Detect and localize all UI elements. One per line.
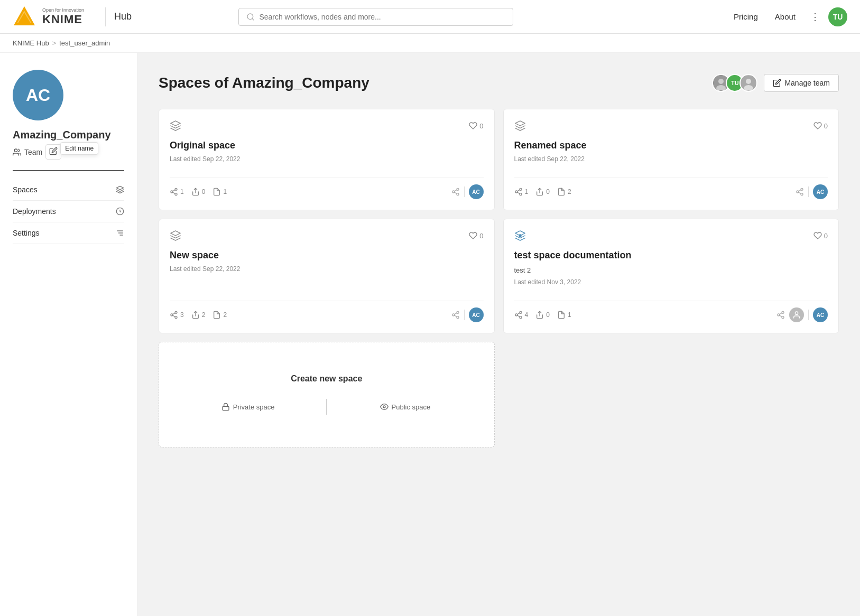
heart-icon-3 bbox=[469, 231, 477, 240]
heart-icon-1 bbox=[469, 122, 477, 130]
about-link[interactable]: About bbox=[769, 8, 802, 25]
workflow-icon-1 bbox=[170, 188, 178, 196]
app-header: Open for Innovation KNIME Hub Pricing Ab… bbox=[0, 0, 860, 34]
card-date-3: Last edited Sep 22, 2022 bbox=[170, 265, 484, 273]
space-card-icon-4 bbox=[514, 230, 526, 241]
card-header-4: 0 bbox=[514, 230, 828, 241]
card-like-2[interactable]: 0 bbox=[813, 122, 828, 130]
manage-team-button[interactable]: Manage team bbox=[764, 74, 839, 92]
create-options: Private space Public space bbox=[170, 398, 484, 415]
svg-line-46 bbox=[173, 313, 175, 314]
main-layout: AC Amazing_Company Team Edit name bbox=[0, 53, 860, 616]
card-title-2: Renamed space bbox=[514, 140, 828, 151]
logo-knime-text: KNIME bbox=[42, 13, 84, 26]
knime-logo-icon bbox=[13, 5, 36, 29]
workflow-icon-4 bbox=[514, 311, 523, 319]
content-header: Spaces of Amazing_Company TU bbox=[159, 74, 839, 92]
user-avatar[interactable]: TU bbox=[828, 7, 847, 26]
heart-icon-4 bbox=[813, 231, 822, 240]
svg-point-12 bbox=[718, 79, 724, 84]
card-date-1: Last edited Sep 22, 2022 bbox=[170, 155, 484, 163]
search-bar bbox=[238, 8, 513, 26]
team-avatar-3 bbox=[739, 74, 757, 92]
search-icon bbox=[246, 13, 255, 21]
hub-label: Hub bbox=[114, 11, 132, 22]
workflow-icon-2 bbox=[514, 188, 523, 196]
stat-workflows-2: 1 bbox=[514, 188, 529, 196]
header-logo-divider bbox=[105, 7, 106, 26]
card-footer-4: 4 0 bbox=[514, 301, 828, 322]
files-count-2: 2 bbox=[568, 188, 571, 195]
sidebar-deployments-label: Deployments bbox=[13, 207, 56, 216]
card-like-1[interactable]: 0 bbox=[469, 122, 483, 130]
deployments-nav-icon bbox=[116, 207, 124, 216]
shared-count-4: 0 bbox=[546, 311, 550, 319]
permissions-icon-2 bbox=[796, 188, 804, 196]
page-title: Spaces of Amazing_Company bbox=[159, 74, 369, 91]
space-card-renamed[interactable]: 0 Renamed space Last edited Sep 22, 2022… bbox=[503, 109, 839, 210]
permissions-icon-4 bbox=[776, 311, 785, 319]
workflow-count-3: 3 bbox=[180, 311, 184, 319]
footer-divider-2 bbox=[808, 186, 809, 197]
edit-name-button[interactable] bbox=[45, 144, 61, 160]
breadcrumb: KNIME Hub > test_user_admin bbox=[0, 34, 860, 53]
stat-workflows-1: 1 bbox=[170, 188, 184, 196]
stat-shared-1: 0 bbox=[191, 188, 206, 196]
space-card-test-doc[interactable]: 0 test space documentation test 2 Last e… bbox=[503, 219, 839, 333]
edit-team-icon bbox=[773, 79, 781, 87]
company-name: Amazing_Company bbox=[13, 129, 124, 141]
card-owner-avatar-3: AC bbox=[469, 307, 484, 322]
sidebar-settings-label: Settings bbox=[13, 229, 40, 237]
permissions-icon-3 bbox=[451, 311, 460, 319]
svg-line-58 bbox=[517, 315, 520, 317]
edit-icon bbox=[49, 147, 58, 155]
content-area: Spaces of Amazing_Company TU bbox=[137, 53, 860, 616]
card-header-3: 0 bbox=[170, 230, 484, 241]
card-like-3[interactable]: 0 bbox=[469, 231, 483, 240]
svg-line-51 bbox=[454, 315, 457, 317]
public-space-label: Public space bbox=[392, 403, 431, 411]
logo-open-text: Open for Innovation bbox=[42, 7, 84, 13]
breadcrumb-separator: > bbox=[52, 39, 57, 47]
create-space-title: Create new space bbox=[291, 374, 362, 384]
sidebar-item-spaces[interactable]: Spaces bbox=[13, 179, 124, 201]
logo-area[interactable]: Open for Innovation KNIME bbox=[13, 5, 84, 29]
pricing-link[interactable]: Pricing bbox=[727, 8, 764, 25]
card-likes-count-1: 0 bbox=[479, 122, 483, 130]
eye-icon bbox=[380, 403, 389, 411]
svg-line-4 bbox=[252, 18, 254, 20]
sidebar-item-settings[interactable]: Settings bbox=[13, 222, 124, 244]
files-count-1: 1 bbox=[223, 188, 227, 195]
file-icon-4 bbox=[557, 311, 566, 319]
search-input[interactable] bbox=[259, 13, 505, 21]
sidebar-item-deployments[interactable]: Deployments bbox=[13, 201, 124, 222]
share-icon-1 bbox=[191, 188, 200, 196]
workflow-count-1: 1 bbox=[180, 188, 184, 195]
card-header-2: 0 bbox=[514, 120, 828, 132]
settings-nav-icon bbox=[116, 229, 124, 237]
sidebar-spaces-label: Spaces bbox=[13, 185, 38, 194]
svg-marker-41 bbox=[171, 231, 180, 236]
space-card-original[interactable]: 0 Original space Last edited Sep 22, 202… bbox=[159, 109, 495, 210]
create-public-option[interactable]: Public space bbox=[327, 398, 483, 415]
workflow-icon-3 bbox=[170, 311, 178, 319]
space-card-icon-1 bbox=[170, 120, 181, 132]
permissions-icon-1 bbox=[451, 188, 460, 196]
more-menu-button[interactable]: ⋮ bbox=[806, 9, 824, 25]
create-new-space-card[interactable]: Create new space Private space bbox=[159, 342, 495, 447]
logo-text: Open for Innovation KNIME bbox=[42, 7, 84, 26]
svg-line-21 bbox=[173, 192, 175, 194]
card-footer-right-4: AC bbox=[776, 307, 828, 322]
breadcrumb-home[interactable]: KNIME Hub bbox=[13, 39, 49, 47]
card-footer-1: 1 0 bbox=[170, 178, 484, 199]
card-title-3: New space bbox=[170, 250, 484, 261]
stat-workflows-3: 3 bbox=[170, 311, 184, 319]
edit-name-area: Edit name bbox=[45, 144, 61, 160]
file-icon-1 bbox=[212, 188, 221, 196]
spaces-grid: 0 Original space Last edited Sep 22, 202… bbox=[159, 109, 839, 447]
create-private-option[interactable]: Private space bbox=[170, 398, 326, 415]
space-card-new[interactable]: 0 New space Last edited Sep 22, 2022 3 bbox=[159, 219, 495, 333]
svg-point-15 bbox=[746, 79, 751, 84]
card-like-4[interactable]: 0 bbox=[813, 231, 828, 240]
svg-marker-17 bbox=[171, 121, 180, 126]
